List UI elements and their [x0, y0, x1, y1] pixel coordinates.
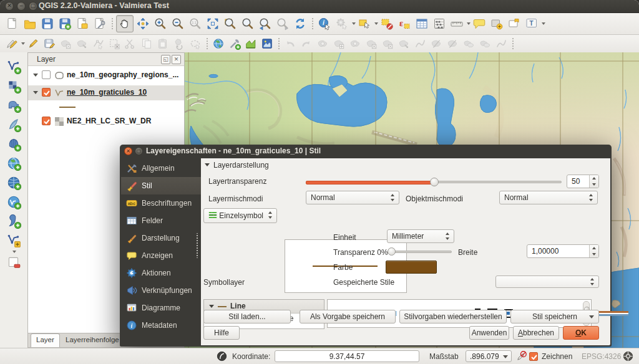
layer-row-ne2-raster[interactable]: NE2_HR_LC_SR_W_DR	[28, 114, 184, 129]
profile-tool-icon[interactable]	[243, 37, 258, 51]
zoom-last-icon[interactable]	[257, 16, 273, 32]
dropdown-arrow-icon[interactable]	[21, 42, 25, 45]
dropdown-arrow-icon[interactable]	[374, 22, 378, 25]
save-as-default-button[interactable]: Als Vorgabe speichern	[300, 310, 396, 323]
collapse-arrow-icon[interactable]	[209, 305, 214, 308]
select-by-expression-icon[interactable]: ε	[396, 16, 412, 32]
open-attribute-table-icon[interactable]	[414, 16, 430, 32]
spin-buttons[interactable]	[589, 245, 598, 257]
zoom-to-selection-icon[interactable]	[222, 16, 238, 32]
layer-row-geography-regions[interactable]: ne_10m_geography_regions_...	[28, 68, 184, 83]
dialog-titlebar[interactable]: ✕ ▢ Layereigenschaften - ne_10m_graticul…	[120, 145, 612, 158]
node-tool-icon[interactable]	[90, 37, 105, 51]
add-delimited-text-icon[interactable]	[4, 212, 23, 231]
new-composer-icon[interactable]	[74, 16, 90, 32]
dialog-close-icon[interactable]: ✕	[124, 147, 132, 155]
saved-styles-combo[interactable]	[495, 275, 599, 288]
expander-icon[interactable]	[33, 74, 38, 77]
copy-features-icon[interactable]	[139, 37, 154, 51]
tab-layer-order[interactable]: Layerreihenfolge	[61, 334, 124, 347]
cut-features-icon[interactable]	[123, 37, 138, 51]
current-edits-icon[interactable]	[4, 37, 19, 51]
add-wcs-layer-icon[interactable]	[4, 173, 23, 192]
remove-layer-icon[interactable]	[4, 253, 23, 272]
zoom-full-icon[interactable]	[205, 16, 221, 32]
new-project-icon[interactable]	[4, 16, 21, 32]
dialog-minimize-icon[interactable]: ▢	[135, 147, 143, 155]
coordinate-input[interactable]: 9.37,44.57	[275, 350, 419, 362]
load-style-button[interactable]: Stil laden...	[203, 310, 291, 323]
field-calculator-icon[interactable]	[431, 16, 447, 32]
rotate-point-symbols-icon[interactable]	[494, 37, 509, 51]
new-shapefile-layer-icon[interactable]	[4, 231, 23, 250]
style-swatch-double-line[interactable]	[596, 311, 628, 316]
measure-icon[interactable]	[449, 16, 465, 32]
splitter-grip[interactable]	[195, 233, 199, 258]
color-swatch-button[interactable]	[386, 261, 437, 274]
window-maximize-icon[interactable]: ▢	[29, 2, 37, 11]
new-bookmark-icon[interactable]	[489, 16, 505, 32]
layer-label[interactable]: NE2_HR_LC_SR_W_DR	[67, 117, 151, 125]
dropdown-arrow-icon[interactable]	[467, 22, 471, 25]
dialog-tab-verknpfungen[interactable]: Verknüpfungen	[121, 282, 201, 299]
add-wfs-layer-icon[interactable]	[4, 193, 23, 211]
render-checkbox[interactable]	[529, 352, 538, 361]
dropdown-arrow-icon[interactable]	[542, 22, 545, 25]
paste-features-icon[interactable]	[155, 37, 170, 51]
cancel-button[interactable]: Abbrechen	[513, 326, 559, 340]
save-layer-edits-icon[interactable]	[42, 37, 57, 51]
open-project-icon[interactable]	[22, 16, 38, 32]
width-spinbox[interactable]: 1,00000	[527, 244, 599, 258]
dialog-tab-metadaten[interactable]: iMetadaten	[121, 317, 201, 334]
dialog-tab-anzeigen[interactable]: Anzeigen	[121, 247, 201, 264]
window-close-icon[interactable]: ✕	[5, 2, 14, 11]
dialog-tab-beschriftungen[interactable]: abcBeschriftungen	[121, 194, 201, 212]
delete-ring-icon[interactable]	[364, 37, 379, 51]
reshape-features-icon[interactable]	[396, 37, 411, 51]
add-part-icon[interactable]	[331, 37, 346, 51]
ok-button[interactable]: OK	[563, 326, 599, 340]
tab-layer[interactable]: Layer	[31, 333, 60, 347]
save-project-as-icon[interactable]	[57, 16, 73, 32]
toggle-editing-icon[interactable]	[26, 37, 41, 51]
map-tips-icon[interactable]	[471, 16, 487, 32]
layer-checkbox[interactable]	[42, 70, 51, 79]
add-vector-layer-icon[interactable]	[4, 57, 23, 76]
add-mssql-layer-icon[interactable]	[4, 135, 23, 153]
spin-buttons[interactable]	[589, 175, 598, 188]
layer-checkbox[interactable]	[42, 117, 51, 125]
feature-blend-combo[interactable]: Normal	[499, 191, 598, 204]
layer-checkbox[interactable]	[42, 88, 51, 97]
dialog-tab-felder[interactable]: Felder	[121, 212, 201, 229]
scale-combo[interactable]: .896.079	[466, 350, 512, 362]
renderer-type-combo[interactable]: Einzelsymbol	[203, 208, 277, 223]
text-annotation-icon[interactable]: T	[524, 16, 540, 32]
panel-close-icon[interactable]: ✕	[172, 55, 181, 64]
identify-features-icon[interactable]: i	[316, 16, 333, 32]
redo-icon[interactable]	[299, 37, 314, 51]
save-project-icon[interactable]	[39, 16, 56, 32]
crs-status-icon[interactable]	[622, 350, 634, 362]
offset-curve-icon[interactable]	[412, 37, 427, 51]
add-wms-layer-icon[interactable]	[4, 154, 23, 173]
dropdown-arrow-icon[interactable]	[352, 22, 356, 25]
map-extents-icon[interactable]	[216, 350, 228, 362]
pan-to-selection-icon[interactable]	[135, 16, 151, 32]
unit-combo[interactable]: Millimeter	[387, 229, 454, 243]
panel-float-icon[interactable]: ◱	[161, 55, 170, 64]
merge-features-icon[interactable]	[461, 37, 476, 51]
zoom-native-icon[interactable]: 1:1	[187, 16, 203, 32]
simplify-feature-icon[interactable]	[188, 37, 203, 51]
expander-icon[interactable]	[33, 91, 38, 94]
layer-label[interactable]: ne_10m_geography_regions_...	[67, 70, 178, 79]
layer-transparency-slider[interactable]	[306, 181, 562, 183]
raster-tools-icon[interactable]	[260, 37, 275, 51]
add-feature-icon[interactable]	[58, 37, 73, 51]
restore-default-style-button[interactable]: Stilvorgaben wiederherstellen	[399, 310, 507, 323]
zoom-out-icon[interactable]	[170, 16, 186, 32]
pan-map-icon[interactable]	[116, 15, 134, 32]
collapse-arrow-icon[interactable]	[205, 163, 210, 166]
show-bookmarks-icon[interactable]	[506, 16, 522, 32]
layer-row-graticules[interactable]: ne_10m_graticules_10	[28, 85, 184, 100]
fill-ring-icon[interactable]	[348, 37, 363, 51]
